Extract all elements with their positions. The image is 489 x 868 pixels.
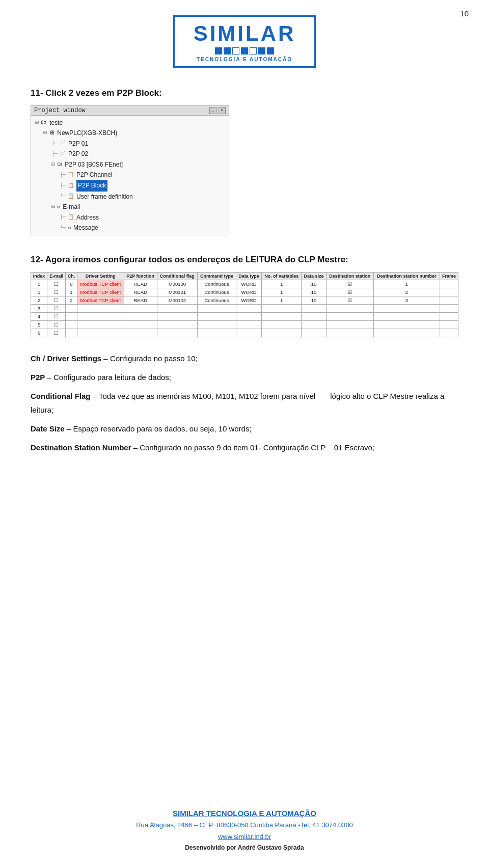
window-controls: _ × <box>209 107 226 114</box>
tree-item-p2p-channel: ├─ 📋 P2P Channel <box>60 170 225 180</box>
project-window-label: Project window <box>34 107 86 114</box>
project-window: Project window _ × ⊟ 🗂 teste ⊟ 🖥 NewPLC(… <box>31 105 229 235</box>
logo-grid <box>190 47 299 55</box>
col-frame: Frame <box>440 273 458 280</box>
footer-developer: Desenvolvido por André Gustavo Sprada <box>0 843 489 853</box>
close-button[interactable]: × <box>219 107 226 114</box>
col-dest-station: Destination station <box>326 273 373 280</box>
minimize-button[interactable]: _ <box>209 107 216 114</box>
step11-title: 11- Click 2 vezes em P2P Block: <box>31 88 458 98</box>
tree-item-p2p01: ├─ 📄 P2P 01 <box>51 139 225 149</box>
col-dest-num: Destination station number <box>373 273 440 280</box>
footer-company: SIMILAR TECNOLOGIA E AUTOMAÇÃO <box>0 807 489 820</box>
desc-ch-driver: Ch / Driver Settings – Configurado no pa… <box>31 351 458 365</box>
desc-destination: Destination Station Number – Configurado… <box>31 441 458 454</box>
desc-date-size: Date Size – Espaço reservado para os dad… <box>31 422 458 436</box>
col-driver: Driver Setting <box>77 273 124 280</box>
footer: SIMILAR TECNOLOGIA E AUTOMAÇÃO Rua Alago… <box>0 807 489 853</box>
desc-conditional-flag: Conditional Flag – Toda vez que as memór… <box>31 389 458 417</box>
tree-item-user-frame: └─ 📋 User frame definition <box>60 192 225 202</box>
col-index: Index <box>31 273 47 280</box>
col-size: Data size <box>302 273 327 280</box>
tree-item-teste: ⊟ 🗂 teste <box>35 118 225 128</box>
tree-item-newplc: ⊟ 🖥 NewPLC(XGB-XBCH) <box>43 128 225 138</box>
desc-p2p: P2P – Configurado para leitura de dados; <box>31 370 458 384</box>
page-number: 10 <box>460 9 469 18</box>
col-vars: No. of variables <box>262 273 302 280</box>
footer-address: Rua Alagoas, 2466 – CEP: 80630-050 Curit… <box>0 820 489 831</box>
table-row: 5 ☐ <box>31 321 458 329</box>
tree-item-email: ⊟ ✉ E-mail <box>51 202 225 212</box>
footer-website[interactable]: www.similar.ind.br <box>0 831 489 843</box>
table-row: 6 ☐ <box>31 329 458 337</box>
tree-item-message: └─ ✉ Message <box>60 223 225 233</box>
logo-subtitle: TECNOLOGIA E AUTOMAÇÃO <box>190 57 299 62</box>
table-row: 0 ☐ 0 Modbus TCP client READ M00100 Cont… <box>31 280 458 288</box>
col-p2p: P2P function <box>124 273 157 280</box>
step12-title: 12- Agora iremos configurar todos os end… <box>31 255 458 265</box>
tree-item-p2p03: ⊟ 🗂 P2P 03 [B0S6 FEnet] <box>51 159 225 170</box>
project-window-titlebar: Project window _ × <box>31 106 229 116</box>
config-table: Index E-mail Ch. Driver Setting P2P func… <box>31 272 458 337</box>
col-cmd: Command type <box>197 273 236 280</box>
project-tree: ⊟ 🗂 teste ⊟ 🖥 NewPLC(XGB-XBCH) ├─ 📄 P2P … <box>31 116 229 235</box>
col-data: Data type <box>236 273 261 280</box>
logo-area: SIMILAR TECNOLOGIA E AUTOMAÇÃO <box>0 0 489 73</box>
table-row: 2 ☐ 2 Modbus TCP client READ M00102 Cont… <box>31 296 458 305</box>
col-ch: Ch. <box>66 273 77 280</box>
tree-item-p2p-block: ├─ 📋 P2P Block <box>60 180 225 191</box>
main-content: 11- Click 2 vezes em P2P Block: Project … <box>0 88 489 454</box>
tree-item-address: ├─ 📋 Address <box>60 212 225 223</box>
tree-item-p2p02: ├─ 📄 P2P 02 <box>51 149 225 159</box>
table-row: 1 ☐ 1 Modbus TCP client READ M00101 Cont… <box>31 288 458 296</box>
table-row: 3 ☐ <box>31 305 458 313</box>
col-email: E-mail <box>47 273 66 280</box>
logo-brand: SIMILAR <box>190 23 299 44</box>
col-cond: Conditional flag <box>157 273 197 280</box>
logo-box: SIMILAR TECNOLOGIA E AUTOMAÇÃO <box>173 15 316 68</box>
table-row: 4 ☐ <box>31 313 458 321</box>
